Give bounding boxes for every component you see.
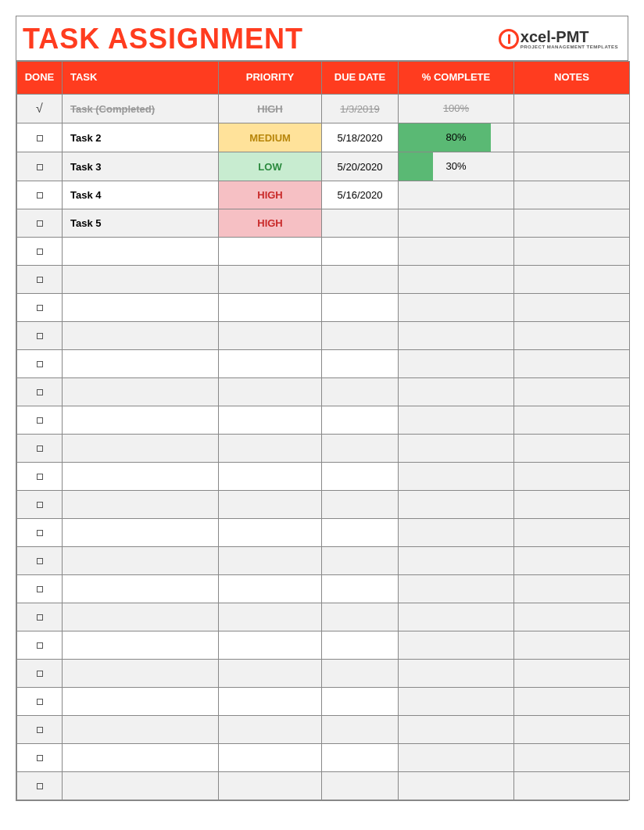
task-cell[interactable]	[63, 716, 219, 744]
notes-cell[interactable]	[514, 266, 630, 294]
priority-cell[interactable]: HIGH	[219, 209, 322, 238]
due-date-cell[interactable]	[322, 660, 399, 688]
done-cell[interactable]	[17, 688, 63, 716]
task-cell[interactable]	[63, 519, 219, 547]
task-cell[interactable]	[63, 266, 219, 294]
done-cell[interactable]	[17, 152, 63, 181]
priority-cell[interactable]	[219, 435, 322, 463]
due-date-cell[interactable]	[322, 322, 399, 350]
done-cell[interactable]	[17, 350, 63, 378]
percent-complete-cell[interactable]	[399, 660, 514, 688]
percent-complete-cell[interactable]: 30%	[399, 152, 514, 181]
due-date-cell[interactable]	[322, 688, 399, 716]
done-cell[interactable]	[17, 322, 63, 350]
due-date-cell[interactable]	[322, 350, 399, 378]
done-cell[interactable]	[17, 603, 63, 631]
done-cell[interactable]	[17, 209, 63, 238]
percent-complete-cell[interactable]	[399, 266, 514, 294]
done-cell[interactable]	[17, 406, 63, 435]
notes-cell[interactable]	[514, 716, 630, 744]
task-cell[interactable]	[63, 631, 219, 660]
task-cell[interactable]	[63, 435, 219, 463]
task-cell[interactable]	[63, 350, 219, 378]
due-date-cell[interactable]: 5/16/2020	[322, 181, 399, 209]
notes-cell[interactable]	[514, 491, 630, 519]
due-date-cell[interactable]	[322, 772, 399, 800]
due-date-cell[interactable]	[322, 406, 399, 435]
due-date-cell[interactable]: 1/3/2019	[322, 95, 399, 123]
percent-complete-cell[interactable]	[399, 463, 514, 491]
due-date-cell[interactable]	[322, 266, 399, 294]
task-cell[interactable]: Task 3	[63, 152, 219, 181]
percent-complete-cell[interactable]	[399, 547, 514, 575]
task-cell[interactable]	[63, 660, 219, 688]
done-cell[interactable]	[17, 266, 63, 294]
done-cell[interactable]	[17, 575, 63, 603]
due-date-cell[interactable]	[322, 463, 399, 491]
percent-complete-cell[interactable]	[399, 575, 514, 603]
priority-cell[interactable]	[219, 744, 322, 772]
notes-cell[interactable]	[514, 547, 630, 575]
done-cell[interactable]	[17, 716, 63, 744]
due-date-cell[interactable]	[322, 294, 399, 322]
task-cell[interactable]: Task 2	[63, 123, 219, 152]
due-date-cell[interactable]: 5/18/2020	[322, 123, 399, 152]
due-date-cell[interactable]: 5/20/2020	[322, 152, 399, 181]
notes-cell[interactable]	[514, 181, 630, 209]
priority-cell[interactable]: HIGH	[219, 95, 322, 123]
notes-cell[interactable]	[514, 123, 630, 152]
due-date-cell[interactable]	[322, 603, 399, 631]
task-cell[interactable]	[63, 491, 219, 519]
task-cell[interactable]	[63, 238, 219, 266]
done-cell[interactable]	[17, 378, 63, 406]
done-cell[interactable]	[17, 123, 63, 152]
percent-complete-cell[interactable]: 100%	[399, 95, 514, 123]
priority-cell[interactable]	[219, 294, 322, 322]
notes-cell[interactable]	[514, 772, 630, 800]
percent-complete-cell[interactable]	[399, 435, 514, 463]
task-cell[interactable]	[63, 772, 219, 800]
done-cell[interactable]	[17, 547, 63, 575]
notes-cell[interactable]	[514, 209, 630, 238]
task-cell[interactable]	[63, 378, 219, 406]
priority-cell[interactable]: LOW	[219, 152, 322, 181]
priority-cell[interactable]	[219, 547, 322, 575]
done-cell[interactable]	[17, 519, 63, 547]
priority-cell[interactable]: HIGH	[219, 181, 322, 209]
percent-complete-cell[interactable]	[399, 519, 514, 547]
notes-cell[interactable]	[514, 322, 630, 350]
task-cell[interactable]	[63, 547, 219, 575]
due-date-cell[interactable]	[322, 631, 399, 660]
percent-complete-cell[interactable]	[399, 238, 514, 266]
priority-cell[interactable]	[219, 266, 322, 294]
task-cell[interactable]	[63, 463, 219, 491]
percent-complete-cell[interactable]	[399, 491, 514, 519]
percent-complete-cell[interactable]	[399, 631, 514, 660]
notes-cell[interactable]	[514, 435, 630, 463]
percent-complete-cell[interactable]	[399, 181, 514, 209]
priority-cell[interactable]	[219, 660, 322, 688]
task-cell[interactable]: Task 4	[63, 181, 219, 209]
notes-cell[interactable]	[514, 519, 630, 547]
notes-cell[interactable]	[514, 378, 630, 406]
percent-complete-cell[interactable]	[399, 209, 514, 238]
due-date-cell[interactable]	[322, 744, 399, 772]
priority-cell[interactable]	[219, 350, 322, 378]
done-cell[interactable]	[17, 238, 63, 266]
done-cell[interactable]	[17, 660, 63, 688]
priority-cell[interactable]	[219, 603, 322, 631]
done-cell[interactable]	[17, 772, 63, 800]
task-cell[interactable]	[63, 688, 219, 716]
percent-complete-cell[interactable]	[399, 603, 514, 631]
priority-cell[interactable]	[219, 688, 322, 716]
notes-cell[interactable]	[514, 152, 630, 181]
done-cell[interactable]	[17, 631, 63, 660]
priority-cell[interactable]	[219, 238, 322, 266]
priority-cell[interactable]	[219, 519, 322, 547]
percent-complete-cell[interactable]	[399, 744, 514, 772]
percent-complete-cell[interactable]	[399, 406, 514, 435]
notes-cell[interactable]	[514, 406, 630, 435]
notes-cell[interactable]	[514, 95, 630, 123]
due-date-cell[interactable]	[322, 378, 399, 406]
task-cell[interactable]: Task 5	[63, 209, 219, 238]
